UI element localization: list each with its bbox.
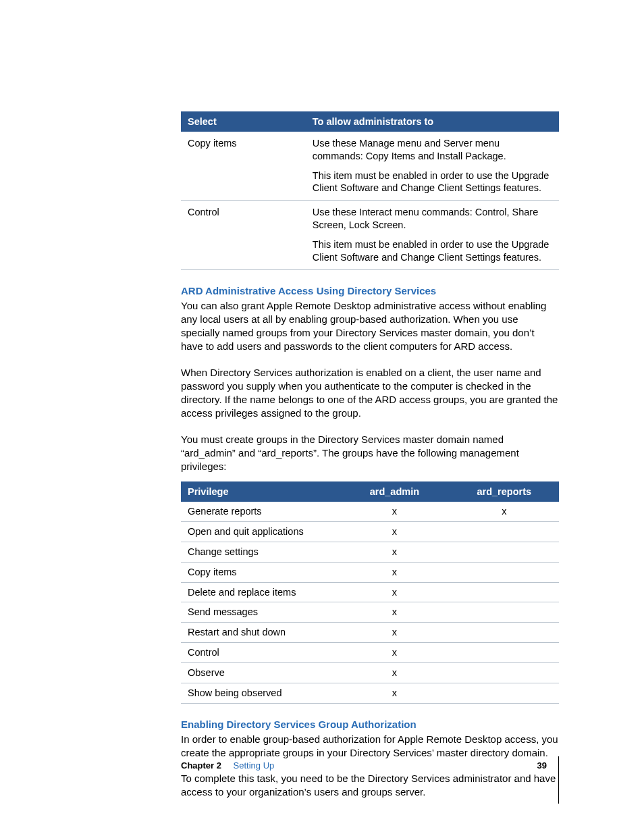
paragraph: You can also grant Apple Remote Desktop … — [181, 299, 559, 354]
paragraph: To complete this task, you need to be th… — [181, 772, 559, 800]
ard-admin-cell: x — [340, 502, 449, 521]
ard-reports-cell — [450, 623, 559, 643]
privilege-cell: Show being observed — [181, 683, 340, 703]
table-row: Change settingsx — [181, 542, 559, 562]
ard-reports-cell — [450, 602, 559, 623]
ard-admin-cell: x — [340, 662, 449, 683]
footer-chapter-title: Setting Up — [234, 760, 275, 771]
privilege-cell: Observe — [181, 662, 340, 683]
ard-reports-cell — [450, 662, 559, 683]
table1-cell-desc: Use these Interact menu commands: Contro… — [306, 201, 559, 234]
table1-cell-select: Control — [181, 201, 306, 234]
ard-admin-cell: x — [340, 562, 449, 582]
ard-reports-cell: x — [450, 502, 559, 521]
table-row: Send messagesx — [181, 602, 559, 623]
table2-head-privilege: Privilege — [181, 481, 340, 502]
privileges-matrix-table: Privilege ard_admin ard_reports Generate… — [181, 481, 559, 703]
table1-cell-desc: This item must be enabled in order to us… — [306, 165, 559, 201]
ard-reports-cell — [450, 542, 559, 562]
heading-enable-authz: Enabling Directory Services Group Author… — [181, 719, 559, 730]
table1-cell-select — [181, 165, 306, 201]
table1-cell-select: Copy items — [181, 132, 306, 165]
ard-reports-cell — [450, 582, 559, 602]
ard-admin-cell: x — [340, 623, 449, 643]
table1-head-allow: To allow administrators to — [306, 111, 559, 132]
privilege-cell: Open and quit applications — [181, 522, 340, 542]
ard-reports-cell — [450, 643, 559, 663]
heading-ard-access: ARD Administrative Access Using Director… — [181, 285, 559, 296]
table1-cell-desc: Use these Manage menu and Server menu co… — [306, 132, 559, 165]
paragraph: When Directory Services authorization is… — [181, 366, 559, 421]
ard-reports-cell — [450, 522, 559, 542]
footer-chapter-label: Chapter 2 — [181, 760, 221, 771]
table1-head-select: Select — [181, 111, 306, 132]
table-row: Controlx — [181, 643, 559, 663]
ard-reports-cell — [450, 562, 559, 582]
table1-cell-desc: This item must be enabled in order to us… — [306, 234, 559, 269]
footer-page-number: 39 — [537, 760, 547, 771]
page-content: Select To allow administrators to Copy i… — [0, 0, 644, 834]
paragraph: You must create groups in the Directory … — [181, 433, 559, 474]
table2-head-ard-reports: ard_reports — [450, 481, 559, 502]
table-row: Open and quit applicationsx — [181, 522, 559, 542]
page-footer: Chapter 2 Setting Up 39 — [181, 760, 559, 771]
ard-admin-cell: x — [340, 643, 449, 663]
paragraph: In order to enable group-based authoriza… — [181, 733, 559, 760]
privilege-cell: Generate reports — [181, 502, 340, 521]
privilege-cell: Change settings — [181, 542, 340, 562]
privilege-cell: Restart and shut down — [181, 623, 340, 643]
table-row: Delete and replace itemsx — [181, 582, 559, 602]
ard-admin-cell: x — [340, 683, 449, 703]
table-row: Generate reportsxx — [181, 502, 559, 521]
table-row: Observex — [181, 662, 559, 683]
privilege-cell: Send messages — [181, 602, 340, 623]
ard-reports-cell — [450, 683, 559, 703]
privilege-cell: Copy items — [181, 562, 340, 582]
ard-admin-cell: x — [340, 542, 449, 562]
ard-admin-cell: x — [340, 602, 449, 623]
ard-admin-cell: x — [340, 522, 449, 542]
admin-privileges-table: Select To allow administrators to Copy i… — [181, 111, 559, 270]
table-row: Restart and shut downx — [181, 623, 559, 643]
table-row: Show being observedx — [181, 683, 559, 703]
privilege-cell: Delete and replace items — [181, 582, 340, 602]
privilege-cell: Control — [181, 643, 340, 663]
ard-admin-cell: x — [340, 582, 449, 602]
table-row: Copy itemsx — [181, 562, 559, 582]
table1-cell-select — [181, 234, 306, 269]
table2-head-ard-admin: ard_admin — [340, 481, 449, 502]
